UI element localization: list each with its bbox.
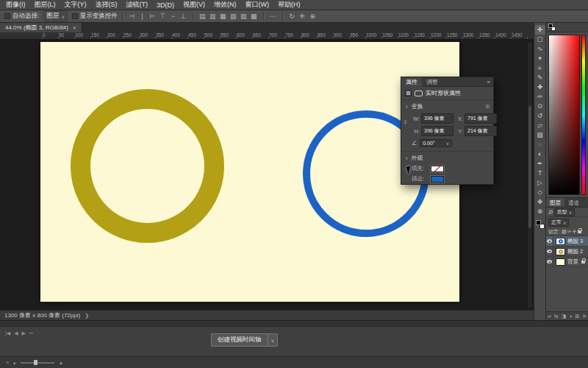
- distribute-left-edges-icon[interactable]: ▧: [229, 12, 238, 21]
- align-vertical-centers-icon[interactable]: −: [168, 12, 178, 21]
- menu-item-help[interactable]: 帮助(H): [273, 0, 305, 10]
- distribute-top-edges-icon[interactable]: ▤: [198, 12, 207, 21]
- color-picker-gradient[interactable]: [548, 35, 580, 195]
- link-layers-icon[interactable]: ∞: [548, 314, 551, 319]
- rotation-angle-field[interactable]: 0.00° ∨: [420, 139, 452, 147]
- vertical-scrollbar[interactable]: [527, 41, 533, 308]
- lock-position-icon[interactable]: ✛: [572, 229, 576, 235]
- show-transform-checkbox[interactable]: 显示变换控件: [72, 12, 118, 21]
- layer-row-2[interactable]: 椭圆 2: [546, 247, 588, 257]
- create-video-timeline-button[interactable]: 创建视频时间轴: [211, 333, 268, 347]
- visibility-toggle[interactable]: [546, 247, 553, 256]
- lasso-tool[interactable]: ∿: [535, 44, 545, 54]
- play-icon[interactable]: ▶: [22, 330, 26, 336]
- document-canvas[interactable]: [40, 42, 459, 302]
- adjustment-layer-icon[interactable]: ◑: [569, 314, 572, 319]
- checkbox-icon[interactable]: [72, 13, 78, 19]
- dodge-tool[interactable]: ◐: [535, 149, 545, 159]
- menu-item-3d[interactable]: 3D(D): [152, 1, 179, 9]
- visibility-toggle[interactable]: [546, 257, 553, 266]
- distribute-bottom-edges-icon[interactable]: ▦: [218, 12, 228, 21]
- x-field[interactable]: 791 像素: [465, 113, 497, 124]
- transform-options-icon[interactable]: ⊞: [485, 104, 490, 110]
- menu-item-plugins[interactable]: 增效(N): [209, 0, 241, 10]
- align-left-edges-icon[interactable]: ⊣: [127, 12, 137, 21]
- document-tab[interactable]: 44.0% (椭圆 3, RGB/8#) ×: [0, 23, 82, 32]
- menu-item-type[interactable]: 文字(Y): [60, 0, 91, 10]
- canvas-area[interactable]: 属性调整» 实时形状属性 ∨ 变换 ⊞ ∞ W:: [0, 40, 534, 310]
- split-clip-icon[interactable]: ✂: [29, 330, 34, 336]
- panel-color-swatches[interactable]: [548, 24, 556, 31]
- height-field[interactable]: 396 像素: [421, 126, 453, 136]
- delete-layer-icon[interactable]: ✕: [582, 314, 587, 319]
- auto-select-target-dropdown[interactable]: 图层 ∨: [43, 10, 67, 22]
- timeline-zoom-in-icon[interactable]: ▲: [59, 360, 64, 365]
- status-menu-icon[interactable]: ❯: [85, 313, 89, 319]
- menu-item-window[interactable]: 窗口(W): [241, 0, 274, 10]
- go-to-first-frame-icon[interactable]: |◀: [5, 330, 10, 336]
- menu-item-layer[interactable]: 图层(L): [30, 0, 60, 10]
- auto-select-checkbox[interactable]: 自动选择:: [4, 12, 39, 21]
- lock-all-icon[interactable]: [578, 230, 581, 233]
- eyedropper-tool[interactable]: ✎: [535, 73, 545, 82]
- checkbox-icon[interactable]: [4, 13, 10, 19]
- align-right-edges-icon[interactable]: ⊢: [148, 12, 157, 21]
- eraser-tool[interactable]: ▱: [535, 121, 545, 130]
- 3d-pan-mode-icon[interactable]: ✛: [298, 12, 307, 21]
- layer-style-icon[interactable]: fx: [554, 314, 558, 319]
- timeline-zoom-out-icon[interactable]: ▴: [13, 360, 16, 366]
- zoom-tool[interactable]: ⊕: [535, 207, 545, 216]
- menu-item-view[interactable]: 视图(V): [179, 0, 209, 10]
- horizontal-ruler[interactable]: 0501001502002503003504004505005506006507…: [0, 32, 534, 40]
- timeline-zoom-slider[interactable]: [21, 362, 54, 364]
- menu-item-filter[interactable]: 滤镜(T): [122, 0, 153, 10]
- align-top-edges-icon[interactable]: ⊤: [158, 12, 168, 21]
- blend-mode-dropdown[interactable]: 正常 ∨: [548, 219, 569, 227]
- distribute-vertical-centers-icon[interactable]: ▥: [208, 12, 218, 21]
- width-field[interactable]: 396 像素: [421, 113, 453, 124]
- previous-frame-icon[interactable]: ◀: [14, 330, 18, 336]
- align-horizontal-centers-icon[interactable]: ∣: [137, 12, 147, 21]
- ellipse-shape-olive[interactable]: [71, 89, 224, 243]
- timeline-menu-icon[interactable]: ≡: [6, 360, 9, 365]
- appearance-section-header[interactable]: ∨ 外观: [401, 151, 493, 163]
- fill-color-swatch[interactable]: [431, 166, 444, 172]
- new-layer-icon[interactable]: ⊞: [575, 314, 579, 319]
- lock-image-pixels-icon[interactable]: ✑: [567, 229, 572, 235]
- menu-item-image[interactable]: 图像(I): [1, 0, 30, 10]
- move-tool[interactable]: ✛: [535, 25, 545, 35]
- quick-selection-tool[interactable]: ✦: [535, 54, 545, 63]
- brush-tool[interactable]: ✑: [535, 92, 545, 102]
- lock-transparent-pixels-icon[interactable]: ▨: [562, 229, 567, 235]
- hue-slider[interactable]: [581, 35, 586, 195]
- healing-brush-tool[interactable]: ✚: [535, 82, 545, 92]
- close-tab-icon[interactable]: ×: [73, 24, 76, 32]
- crop-tool[interactable]: ⌗: [535, 63, 545, 73]
- panel-tab-channels[interactable]: 通道: [564, 198, 583, 207]
- layer-mask-icon[interactable]: ◨: [561, 314, 566, 319]
- clone-stamp-tool[interactable]: ⊙: [535, 102, 545, 111]
- foreground-background-swatches[interactable]: [536, 220, 545, 229]
- pen-tool[interactable]: ✒: [535, 159, 545, 169]
- properties-tab-adjustments[interactable]: 调整: [422, 77, 442, 87]
- scrollbar-thumb[interactable]: [528, 106, 531, 228]
- align-bottom-edges-icon[interactable]: ⊥: [179, 12, 188, 21]
- filter-type-dropdown[interactable]: 类型 ∨: [554, 208, 575, 216]
- layer-row-3[interactable]: 背景: [546, 257, 588, 267]
- foreground-color-swatch[interactable]: [536, 220, 541, 225]
- transform-section-header[interactable]: ∨ 变换 ⊞: [401, 100, 493, 112]
- foreground-color-swatch[interactable]: [548, 24, 553, 28]
- properties-tab-properties[interactable]: 属性: [401, 77, 422, 87]
- shape-tool[interactable]: ◇: [535, 188, 545, 197]
- link-dimensions-icon[interactable]: ∞: [402, 120, 409, 124]
- type-tool[interactable]: T: [535, 169, 545, 178]
- menu-item-select[interactable]: 选择(S): [91, 0, 122, 10]
- gradient-tool[interactable]: ▧: [535, 130, 545, 140]
- history-brush-tool[interactable]: ↺: [535, 111, 545, 121]
- more-align-options-icon[interactable]: ⋯: [268, 12, 278, 21]
- zoom-slider-thumb[interactable]: [34, 360, 37, 365]
- panel-tab-layers[interactable]: 图层: [546, 198, 564, 207]
- layer-row-1[interactable]: 椭圆 3: [546, 236, 588, 247]
- hand-tool[interactable]: ✥: [535, 197, 545, 207]
- y-field[interactable]: 214 像素: [465, 126, 497, 136]
